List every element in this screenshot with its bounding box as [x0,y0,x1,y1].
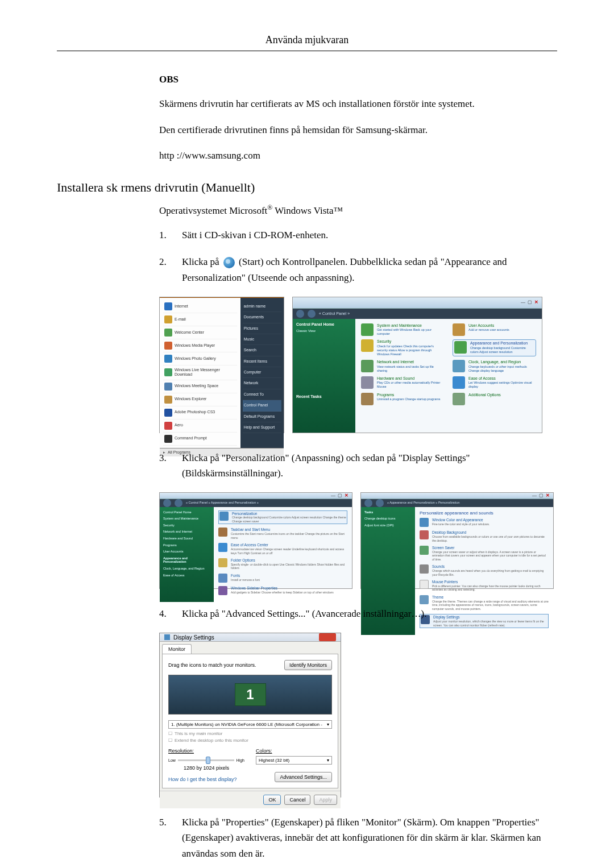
pers-side-item[interactable]: Control Panel Home [163,510,210,514]
monitor-preview[interactable]: 1 [168,675,332,715]
max-icon[interactable]: ▢ [338,493,342,499]
cp-cat-programs[interactable]: ProgramsUninstall a program Change start… [361,393,445,405]
pers-item[interactable]: FontsInstall or remove a font [218,574,347,583]
advanced-settings-button[interactable]: Advanced Settings... [275,772,332,782]
sm-item[interactable]: Windows Live Messenger Download [163,366,237,380]
pers-item[interactable]: Windows Sidebar PropertiesAdd gadgets to… [218,586,347,595]
cp-cat-system[interactable]: System and MaintenanceGet started with W… [361,323,445,337]
cp-cat-sub: Play CDs or other media automatically Pr… [377,381,445,389]
messenger-icon [164,368,172,376]
sm-right-item[interactable]: Default Programs [243,412,281,422]
min-icon[interactable]: — [532,493,537,499]
cp-cat-title: Security [377,339,445,344]
network-icon [361,360,374,372]
pers-item-personalization[interactable]: PersonalizationChange desktop background… [218,510,347,525]
window-titlebar: —▢✕ [361,493,553,499]
sm-right-item[interactable]: Help and Support [243,422,281,433]
cp-cat-ease[interactable]: Ease of AccessLet Windows suggest settin… [453,376,536,389]
sm-right-item[interactable]: Recent Items [243,356,281,367]
sm-item[interactable]: Aero [163,420,237,433]
pers-side-item[interactable]: Change desktop icons [364,517,412,521]
min-icon[interactable]: — [521,300,525,305]
pers-side-item[interactable]: Network and Internet [163,530,210,534]
cancel-button[interactable]: Cancel [284,795,310,805]
cp-side-heading[interactable]: Control Panel Home [296,322,352,327]
pers-side-item[interactable]: Programs [163,543,210,547]
forward-icon[interactable] [376,499,384,507]
min-icon[interactable]: — [331,493,335,499]
cp-cat-appearance[interactable]: Appearance and PersonalizationChange des… [453,339,536,356]
sm-right-item[interactable]: Search [243,345,281,356]
pers-item[interactable]: SoundsChange which sounds are heard when… [420,564,549,576]
sm-right-item[interactable]: Computer [243,367,281,378]
resolution-value: 1280 by 1024 pixels [168,765,244,771]
sm-right-item[interactable]: Music [243,334,281,345]
pers-side-item[interactable]: Security [163,524,210,528]
monitor-1[interactable]: 1 [235,683,266,706]
pers-side-item[interactable]: Appearance and Personalization [163,556,210,564]
cp-side-classic[interactable]: Classic View [296,329,352,333]
cp-cat-user[interactable]: User AccountsAdd or remove user accounts [453,323,536,337]
sm-item[interactable]: Windows Media Player [163,339,237,352]
back-icon[interactable] [364,499,372,507]
sm-right-control-panel[interactable]: Control Panel [243,400,281,411]
pers-side-item[interactable]: Ease of Access [163,574,210,578]
pers-item[interactable]: Mouse PointersPick a different pointer. … [420,580,549,592]
obs-block: OBS Skärmens drivrutin har certifierats … [159,74,557,163]
forward-icon[interactable] [308,310,316,318]
sm-item[interactable]: Internet [163,300,237,313]
max-icon[interactable]: ▢ [539,493,544,499]
monitor-select[interactable]: 1. (Multiple Monitors) on NVIDIA GeForce… [168,720,332,729]
pers-side-item[interactable]: System and Maintenance [163,517,210,521]
sm-item[interactable]: Adobe Photoshop CS3 [163,406,237,420]
cp-cat-clock[interactable]: Clock, Language, and RegionChange keyboa… [453,360,536,373]
resolution-slider[interactable]: Low High [168,756,244,764]
sm-item[interactable]: Command Prompt [163,433,237,446]
colors-select[interactable]: Highest (32 bit) ▾ [256,756,332,765]
sm-right-item[interactable]: Documents [243,312,281,323]
close-icon[interactable] [319,633,336,641]
cp-cat-network[interactable]: Network and InternetView network status … [361,360,445,373]
screenshot-start-menu: Internet E-mail Welcome Center Windows M… [159,297,284,433]
slider-thumb[interactable] [206,757,210,764]
sm-item[interactable]: Windows Explorer [163,393,237,406]
pers-item-sub: Customize the Start menu Customize icons… [231,532,347,539]
pers-item[interactable]: Taskbar and Start MenuCustomize the Star… [218,528,347,539]
close-icon[interactable]: ✕ [546,493,550,499]
pers-item[interactable]: Screen SaverChange your screen saver or … [420,546,549,561]
sm-right-item[interactable]: admin name [243,301,281,312]
apply-button[interactable]: Apply [314,795,337,805]
pers-side-item[interactable]: User Accounts [163,550,210,554]
pers-item[interactable]: Folder OptionsSpecify single- or double-… [218,558,347,570]
ok-button[interactable]: OK [263,795,281,805]
help-link[interactable]: How do I get the best display? [168,776,237,782]
back-icon[interactable] [296,310,304,318]
sm-item[interactable]: Windows Photo Gallery [163,352,237,366]
cp-cat-additional[interactable]: Additional Options [453,393,536,405]
sm-item[interactable]: Welcome Center [163,326,237,339]
back-icon[interactable] [163,499,171,507]
close-icon[interactable]: ✕ [345,493,349,499]
sm-item[interactable]: E-mail [163,313,237,326]
main-monitor-checkbox[interactable]: This is my main monitor [168,731,332,736]
sm-item[interactable]: Windows Meeting Space [163,380,237,393]
pers-item[interactable]: Ease of Access CenterAccommodate low vis… [218,543,347,555]
extend-desktop-checkbox[interactable]: Extend the desktop onto this monitor [168,738,332,743]
cp-cat-hardware[interactable]: Hardware and SoundPlay CDs or other medi… [361,376,445,389]
pers-item[interactable]: Desktop BackgroundChoose from available … [420,530,549,542]
sm-right-item[interactable]: Network [243,378,281,389]
cp-cat-security[interactable]: SecurityCheck for updates Check this com… [361,339,445,356]
identify-monitors-button[interactable]: Identify Monitors [284,660,332,670]
sm-label: Internet [175,304,188,309]
pers-item[interactable]: Window Color and AppearanceFine tune the… [420,518,549,527]
sm-right-item[interactable]: Pictures [243,323,281,334]
pers-side-item[interactable]: Adjust font size (DPI) [364,524,412,528]
pers-side-item[interactable]: Clock, Language, and Region [163,567,210,571]
close-icon[interactable]: ✕ [534,300,538,305]
pers-side-item[interactable]: Hardware and Sound [163,537,210,541]
max-icon[interactable]: ▢ [528,300,532,305]
cp-cat-title: Ease of Access [468,376,536,381]
sm-right-item[interactable]: Connect To [243,389,281,400]
tab-monitor[interactable]: Monitor [162,644,192,654]
forward-icon[interactable] [175,499,182,507]
